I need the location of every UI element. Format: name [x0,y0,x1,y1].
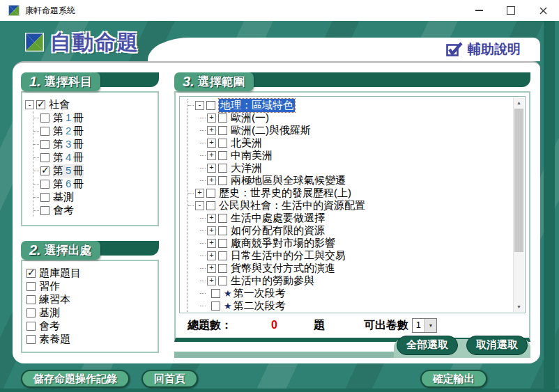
tree-item[interactable]: 第5冊 [33,164,155,178]
help-button[interactable]: 輔助說明 [446,40,521,58]
expander-icon[interactable] [207,264,216,273]
deselect-all-button[interactable]: 取消選取 [466,336,528,355]
save-record-button[interactable]: 儲存命題操作記錄 [21,370,130,388]
tree-item[interactable]: 如何分配有限的資源 [188,224,511,237]
tree-item[interactable]: 第6冊 [33,178,155,191]
expander-icon[interactable] [207,164,216,173]
tree-item[interactable]: 第1冊 [33,111,155,125]
dropdown-arrow-icon[interactable] [424,319,436,332]
list-item[interactable]: 題庫題目 [26,267,153,280]
checkbox[interactable] [40,180,49,189]
tree-item[interactable]: 會考 [33,204,155,217]
tree-item[interactable]: ★第一次段考 [188,287,511,299]
close-button[interactable] [527,0,559,21]
tree-item[interactable]: 第2冊 [33,125,155,138]
checkbox[interactable] [36,100,45,109]
checkbox[interactable] [26,308,36,317]
expander-icon[interactable] [195,189,204,198]
select-all-button[interactable]: 全部選取 [397,336,458,355]
papers-select[interactable]: 1 [412,318,437,333]
checkbox[interactable] [206,189,215,198]
connector-line [200,243,206,244]
papers-value: 1 [413,319,424,332]
scrollbar-thumb[interactable] [514,109,523,252]
totals-label: 總題數： [187,318,232,333]
checkbox[interactable] [218,139,227,148]
checkbox[interactable] [26,295,36,304]
home-button[interactable]: 回首頁 [141,370,198,388]
tree-item[interactable]: 廠商競爭對市場的影響 [188,237,511,249]
expander-icon[interactable] [207,126,216,135]
tree-item[interactable]: 北美洲 [188,136,511,149]
checkbox[interactable] [218,251,227,260]
checkbox[interactable] [218,164,227,173]
tree-item[interactable]: 中南美洲 [188,149,511,162]
list-item[interactable]: 素養題 [26,333,153,346]
scrollbar-up-icon[interactable]: ▲ [514,97,524,108]
tree-item[interactable]: 第3冊 [33,138,155,151]
tree-item[interactable]: 日常生活中的分工與交易 [188,249,511,262]
minimize-button[interactable] [463,0,495,21]
checkbox[interactable] [206,201,215,210]
checkbox[interactable] [26,269,36,278]
tree-item[interactable]: 第4冊 [33,151,155,164]
tree-item[interactable]: 社會 [25,98,155,111]
checkbox[interactable] [218,151,227,160]
checkbox[interactable] [40,140,49,149]
list-item[interactable]: 習作 [26,280,153,293]
checkbox[interactable] [218,176,227,185]
maximize-button[interactable] [495,0,527,21]
expander-icon[interactable] [207,214,216,223]
expander-icon[interactable] [207,176,216,185]
list-item[interactable]: 練習本 [26,293,153,306]
tree-item[interactable]: 貨幣與支付方式的演進 [188,262,511,274]
expander-icon[interactable] [207,251,216,260]
checkbox[interactable] [218,226,227,235]
checkbox[interactable] [211,289,220,298]
expander-icon[interactable] [207,226,216,235]
label-number: 2 [63,125,73,136]
tree-item[interactable]: ★第二次段考 [188,299,511,312]
checkbox[interactable] [206,101,215,110]
tree-item[interactable]: 基測 [33,191,155,204]
list-item[interactable]: 會考 [26,320,153,333]
tree-item[interactable]: 地理：區域特色 [188,99,511,111]
checkbox[interactable] [218,264,227,273]
confirm-output-button[interactable]: 確定輸出 [420,370,487,388]
checkbox[interactable] [40,127,49,136]
expander-icon[interactable] [207,139,216,148]
checkbox[interactable] [26,335,36,344]
checkbox[interactable] [40,166,49,175]
tree-item[interactable]: 歐洲(二)與俄羅斯 [188,124,511,136]
tree-item[interactable]: 生活中的勞動參與 [188,274,511,287]
checkbox[interactable] [218,239,227,248]
tree-item[interactable]: 歷史：世界史的發展歷程(上) [188,187,511,199]
expander-icon[interactable] [207,113,216,123]
connector-line [200,306,206,306]
expander-icon[interactable] [207,151,216,160]
checkbox[interactable] [218,276,227,285]
tree-item[interactable]: 公民與社會：生活中的資源配置 [188,199,511,212]
expander-icon[interactable] [207,276,216,285]
list-item[interactable]: 基測 [26,306,153,320]
checkbox[interactable] [218,214,227,223]
checkbox[interactable] [26,322,36,331]
checkbox[interactable] [40,206,49,215]
checkbox[interactable] [26,282,36,291]
checkbox[interactable] [40,153,49,162]
scrollbar-down-icon[interactable]: ▼ [514,301,524,312]
tree-item[interactable]: 大洋洲 [188,162,511,174]
tree-item[interactable]: 兩極地區與全球氣候變遷 [188,174,511,187]
checkbox[interactable] [218,113,227,123]
tree-item[interactable]: 生活中處處要做選擇 [188,212,511,224]
expander-icon[interactable] [25,100,34,109]
checkbox[interactable] [40,193,49,202]
tree-item[interactable]: 歐洲(一) [188,111,511,124]
scrollbar[interactable]: ▲ ▼ [513,97,524,312]
expander-icon[interactable] [195,101,204,110]
checkbox[interactable] [211,301,220,311]
expander-icon[interactable] [195,201,204,210]
checkbox[interactable] [218,126,227,135]
expander-icon[interactable] [207,239,216,248]
checkbox[interactable] [40,113,49,123]
